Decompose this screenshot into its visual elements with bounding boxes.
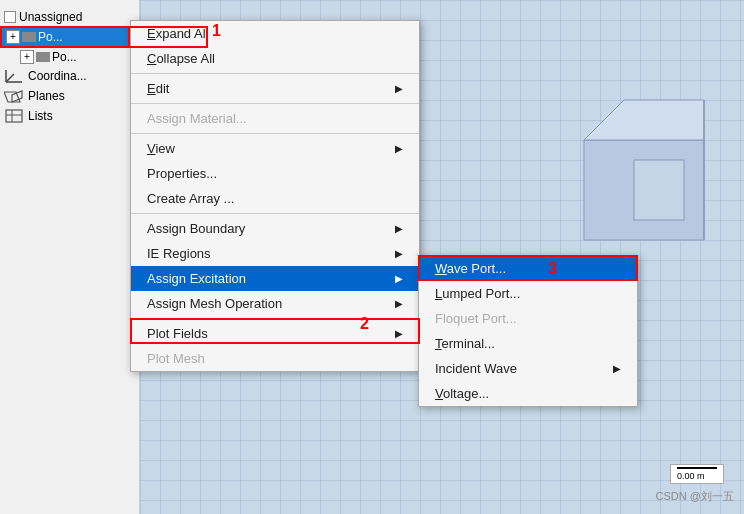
- sidebar-item-coordinate[interactable]: Coordina...: [0, 66, 139, 86]
- sidebar-item-lists[interactable]: Lists: [0, 106, 139, 126]
- assign-boundary-arrow: ▶: [395, 223, 403, 234]
- separator-2: [131, 103, 419, 104]
- submenu-item-voltage[interactable]: Voltage...: [419, 381, 637, 406]
- sidebar-item-unassigned: Unassigned: [0, 8, 139, 26]
- plot-fields-label: Plot Fields: [147, 326, 208, 341]
- edit-arrow: ▶: [395, 83, 403, 94]
- planes-label: Planes: [28, 89, 65, 103]
- svg-line-4: [6, 74, 14, 82]
- ie-regions-label: IE Regions: [147, 246, 211, 261]
- plot-fields-arrow: ▶: [395, 328, 403, 339]
- incident-wave-label: Incident Wave: [435, 361, 517, 376]
- collapse-all-label: Collapse All: [147, 51, 215, 66]
- view-arrow: ▶: [395, 143, 403, 154]
- unassigned-label: Unassigned: [19, 10, 82, 24]
- menu-item-expand-all[interactable]: Expand All: [131, 21, 419, 46]
- svg-rect-3: [634, 160, 684, 220]
- assign-mesh-label: Assign Mesh Operation: [147, 296, 282, 311]
- svg-rect-9: [6, 110, 22, 122]
- scale-label: 0.00 m: [677, 471, 717, 481]
- assign-boundary-label: Assign Boundary: [147, 221, 245, 236]
- assign-excitation-label: Assign Excitation: [147, 271, 246, 286]
- submenu-item-floquet-port: Floquet Port...: [419, 306, 637, 331]
- view-label: View: [147, 141, 175, 156]
- edit-label: Edit: [147, 81, 169, 96]
- expand-icon-1[interactable]: +: [6, 30, 20, 44]
- menu-item-plot-fields[interactable]: Plot Fields ▶: [131, 321, 419, 346]
- menu-item-assign-material: Assign Material...: [131, 106, 419, 131]
- separator-3: [131, 133, 419, 134]
- sidebar-item-port2[interactable]: + Po...: [0, 48, 139, 66]
- menu-item-create-array[interactable]: Create Array ...: [131, 186, 419, 211]
- sidebar-item-planes[interactable]: Planes: [0, 86, 139, 106]
- floquet-port-label: Floquet Port...: [435, 311, 517, 326]
- voltage-label: Voltage...: [435, 386, 489, 401]
- expand-all-label: Expand All: [147, 26, 208, 41]
- watermark: CSDN @刘一五: [656, 489, 734, 504]
- port2-label: Po...: [52, 50, 77, 64]
- expand-icon-2[interactable]: +: [20, 50, 34, 64]
- wave-port-label: Wave Port...: [435, 261, 506, 276]
- menu-item-assign-excitation[interactable]: Assign Excitation ▶: [131, 266, 419, 291]
- assign-material-label: Assign Material...: [147, 111, 247, 126]
- submenu-item-wave-port[interactable]: Wave Port...: [419, 256, 637, 281]
- menu-item-ie-regions[interactable]: IE Regions ▶: [131, 241, 419, 266]
- menu-item-collapse-all[interactable]: Collapse All: [131, 46, 419, 71]
- submenu-assign-excitation: Wave Port... Lumped Port... Floquet Port…: [418, 255, 638, 407]
- port1-label: Po...: [38, 30, 63, 44]
- context-menu: Expand All Collapse All Edit ▶ Assign Ma…: [130, 20, 420, 372]
- folder-icon-2: [36, 52, 50, 62]
- submenu-item-incident-wave[interactable]: Incident Wave ▶: [419, 356, 637, 381]
- ie-regions-arrow: ▶: [395, 248, 403, 259]
- lumped-port-label: Lumped Port...: [435, 286, 520, 301]
- svg-marker-8: [12, 91, 22, 102]
- menu-item-assign-boundary[interactable]: Assign Boundary ▶: [131, 216, 419, 241]
- separator-5: [131, 318, 419, 319]
- incident-wave-arrow: ▶: [613, 363, 621, 374]
- separator-1: [131, 73, 419, 74]
- menu-item-edit[interactable]: Edit ▶: [131, 76, 419, 101]
- menu-item-properties[interactable]: Properties...: [131, 161, 419, 186]
- plot-mesh-label: Plot Mesh: [147, 351, 205, 366]
- coordinate-icon: [4, 68, 24, 84]
- separator-4: [131, 213, 419, 214]
- terminal-label: Terminal...: [435, 336, 495, 351]
- assign-excitation-arrow: ▶: [395, 273, 403, 284]
- sidebar-item-port1[interactable]: + Po...: [0, 26, 139, 48]
- menu-item-assign-mesh[interactable]: Assign Mesh Operation ▶: [131, 291, 419, 316]
- svg-marker-1: [584, 100, 704, 140]
- menu-item-plot-mesh: Plot Mesh: [131, 346, 419, 371]
- lists-label: Lists: [28, 109, 53, 123]
- assign-mesh-arrow: ▶: [395, 298, 403, 309]
- sidebar: Unassigned + Po... + Po... Coordina...: [0, 0, 140, 514]
- scale-bar: 0.00 m: [670, 464, 724, 484]
- create-array-label: Create Array ...: [147, 191, 234, 206]
- menu-item-view[interactable]: View ▶: [131, 136, 419, 161]
- 3d-shape: [544, 60, 724, 260]
- lists-icon: [4, 108, 24, 124]
- submenu-item-lumped-port[interactable]: Lumped Port...: [419, 281, 637, 306]
- properties-label: Properties...: [147, 166, 217, 181]
- checkbox-icon: [4, 11, 16, 23]
- coordinate-label: Coordina...: [28, 69, 87, 83]
- submenu-item-terminal[interactable]: Terminal...: [419, 331, 637, 356]
- planes-icon: [4, 88, 24, 104]
- folder-icon-1: [22, 32, 36, 42]
